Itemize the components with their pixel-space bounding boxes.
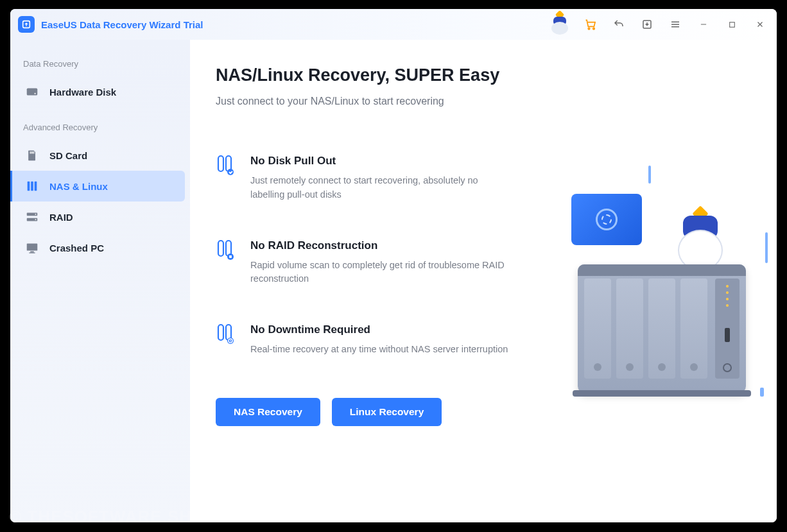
sidebar-heading: Advanced Recovery: [10, 119, 190, 140]
svg-rect-12: [35, 182, 37, 191]
nas-icon: [25, 179, 39, 193]
svg-rect-11: [31, 182, 33, 191]
watermark: © THESOFTWARE.SHOP: [9, 507, 218, 527]
feature-list: No Disk Pull Out Just remotely connect t…: [216, 155, 511, 357]
feature-desc: Real-time recovery at any time without N…: [250, 343, 508, 357]
titlebar: EaseUS Data Recovery Wizard Trial: [10, 9, 777, 40]
sidebar-item-hardware-disk[interactable]: Hardware Disk: [10, 76, 190, 107]
svg-point-16: [35, 219, 37, 220]
svg-rect-26: [229, 255, 232, 259]
sidebar-item-label: SD Card: [49, 150, 87, 161]
svg-point-22: [227, 169, 234, 175]
mascot-large-icon: [669, 207, 733, 271]
sidebar-item-sd-card[interactable]: SD Card: [10, 140, 190, 171]
sidebar-section-data-recovery: Data Recovery Hardware Disk: [10, 55, 190, 107]
crashedpc-icon: [25, 241, 39, 255]
nas-illustration: [571, 168, 764, 399]
sidebar: Data Recovery Hardware Disk Advanced Rec…: [10, 40, 190, 522]
main-panel: NAS/Linux Recovery, SUPER Easy Just conn…: [190, 40, 777, 522]
disks-raid-icon: [216, 239, 236, 261]
app-title: EaseUS Data Recovery Wizard Trial: [41, 19, 203, 30]
svg-point-2: [593, 28, 595, 29]
feature-no-downtime: No Downtime Required Real-time recovery …: [216, 323, 511, 357]
download-icon[interactable]: [638, 15, 656, 33]
svg-point-15: [35, 214, 37, 215]
svg-rect-18: [30, 252, 34, 253]
menu-icon[interactable]: [666, 15, 684, 33]
svg-rect-27: [218, 325, 223, 340]
svg-rect-7: [30, 151, 31, 153]
minimize-button[interactable]: [695, 15, 713, 33]
mascot-assistant-icon[interactable]: [548, 13, 571, 36]
feature-no-disk-pull-out: No Disk Pull Out Just remotely connect t…: [216, 155, 511, 202]
disk-icon: [25, 85, 39, 99]
cart-icon[interactable]: [582, 15, 600, 33]
app-window: EaseUS Data Recovery Wizard Trial: [10, 9, 777, 522]
action-buttons: NAS Recovery Linux Recovery: [216, 398, 751, 426]
titlebar-right: [548, 13, 769, 36]
close-button[interactable]: [751, 15, 769, 33]
disks-connect-icon: [216, 155, 236, 176]
svg-point-1: [588, 28, 590, 29]
page-subtitle: Just connect to your NAS/Linux to start …: [216, 96, 751, 107]
feature-desc: Rapid volume scan to completely get rid …: [250, 259, 511, 287]
disks-clock-icon: [216, 323, 236, 345]
page-title: NAS/Linux Recovery, SUPER Easy: [216, 65, 751, 85]
svg-rect-8: [31, 151, 33, 153]
body-area: Data Recovery Hardware Disk Advanced Rec…: [10, 40, 777, 522]
maximize-button[interactable]: [723, 15, 741, 33]
feature-desc: Just remotely connect to start recoverin…: [250, 174, 511, 202]
svg-rect-4: [729, 22, 734, 27]
sidebar-heading: Data Recovery: [10, 55, 190, 76]
svg-rect-5: [27, 89, 38, 96]
nas-recovery-button[interactable]: NAS Recovery: [216, 398, 320, 426]
sidebar-item-nas-linux[interactable]: NAS & Linux: [10, 171, 185, 202]
feature-title: No Disk Pull Out: [250, 155, 511, 167]
feature-no-raid-reconstruction: No RAID Reconstruction Rapid volume scan…: [216, 239, 511, 287]
undo-icon[interactable]: [610, 15, 628, 33]
svg-rect-23: [218, 241, 223, 256]
feature-title: No RAID Reconstruction: [250, 239, 511, 252]
sidebar-item-label: Crashed PC: [49, 243, 104, 253]
svg-rect-20: [218, 156, 223, 171]
svg-rect-10: [28, 182, 30, 191]
titlebar-left: EaseUS Data Recovery Wizard Trial: [18, 16, 203, 33]
sidebar-item-label: NAS & Linux: [49, 181, 108, 192]
sidebar-item-label: RAID: [49, 212, 73, 223]
app-logo-icon: [18, 16, 35, 33]
sidebar-section-advanced-recovery: Advanced Recovery SD Card NAS & Linux: [10, 119, 190, 263]
feature-title: No Downtime Required: [250, 323, 508, 336]
svg-rect-9: [33, 151, 35, 153]
nas-device-icon: [578, 264, 746, 393]
svg-rect-19: [29, 252, 35, 253]
sdcard-icon: [25, 148, 39, 162]
sidebar-item-raid[interactable]: RAID: [10, 202, 190, 232]
sidebar-item-label: Hardware Disk: [49, 87, 116, 98]
raid-icon: [25, 210, 39, 224]
sidebar-item-crashed-pc[interactable]: Crashed PC: [10, 232, 190, 263]
svg-rect-17: [27, 244, 38, 251]
linux-recovery-button[interactable]: Linux Recovery: [332, 398, 442, 426]
floating-card-icon: [571, 194, 642, 245]
svg-point-6: [34, 93, 35, 94]
